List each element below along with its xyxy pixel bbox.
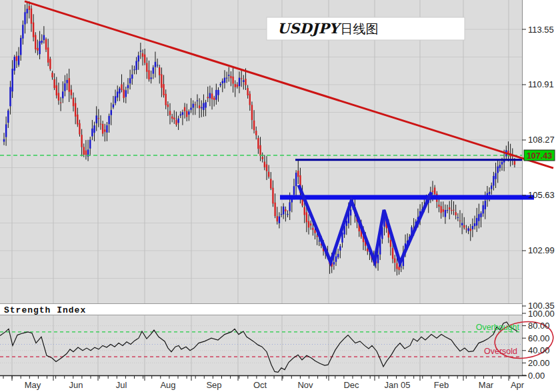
candle-body [447,210,448,211]
bottom-axis-band [0,375,556,392]
chart-canvas[interactable]: 113.55110.91108.27105.63102.99100.35100.… [0,0,556,392]
candle-body [480,213,481,217]
candle-body [251,105,253,120]
candle-body [182,112,183,115]
candle-body [319,241,320,241]
candle-body [237,85,238,87]
candle-body [465,229,467,229]
candle-body [261,157,263,159]
candle-body [175,120,177,125]
candle-body [491,185,492,189]
candle-body [396,263,397,269]
rsi-axis-label: 40.00 [528,345,550,355]
candle-body [493,176,494,185]
candle-body [58,93,59,100]
candle-body [201,107,202,109]
x-axis-month-label: Dec [343,380,359,390]
candle-body [157,65,158,65]
candle-body [102,124,103,133]
candle-body [131,75,133,79]
x-axis-month-label: Oct [253,380,267,390]
candle-body [306,212,307,222]
candle-body [197,101,198,101]
candle-body [108,116,109,124]
candle-body [499,165,501,168]
candle-body [482,205,483,214]
candle-body [219,84,221,85]
candle-body [213,97,215,99]
candle-body [14,57,15,71]
candle-body [337,254,339,257]
page-title: USDJPY日线图 [277,20,378,37]
candle-body [312,228,313,230]
candle-body [293,186,295,195]
candle-body [390,240,391,247]
current-price-tag: 107.43 [524,150,555,161]
candle-body [514,161,515,165]
candle-body [449,207,450,209]
chart-title-box[interactable]: USDJPY日线图 [267,17,465,40]
candle-body [283,207,284,215]
candle-body [26,9,27,13]
candle-body [316,236,317,237]
candle-body [230,76,231,78]
candle-body [53,79,55,88]
candle-body [95,115,97,123]
candle-body [489,192,490,194]
candle-body [203,103,204,110]
candle-body [89,140,91,149]
rsi-axis-label: 0.00 [528,371,545,381]
candle-body [39,41,40,54]
candle-body [161,74,162,87]
candle-body [451,210,452,211]
candle-body [153,67,154,73]
candle-body [392,248,393,259]
candle-body [333,262,335,265]
candle-body [66,80,67,83]
candle-body [215,90,217,100]
candle-body [211,93,213,99]
trading-chart-window: 113.55110.91108.27105.63102.99100.35100.… [0,0,556,392]
candle-body [159,67,160,75]
rsi-pane-title: Strength Index [4,305,86,315]
candle-body [401,267,402,267]
candle-body [3,139,5,142]
candle-body [177,119,179,123]
candle-body [308,221,309,228]
candle-body [295,173,297,186]
candle-body [117,91,118,97]
candle-body [268,172,269,177]
candle-body [495,173,496,179]
candle-body [264,162,265,167]
candle-body [150,77,151,79]
y-axis-label: 105.63 [528,190,555,200]
candle-body [266,165,267,171]
candle-body [224,78,225,83]
y-axis-label: 110.91 [528,79,554,89]
candle-body [281,214,282,215]
candle-body [507,151,509,153]
candle-body [228,75,229,76]
candle-body [121,84,122,89]
candle-body [140,51,141,51]
candle-body [310,223,311,225]
candle-body [432,191,433,191]
candle-body [169,111,171,115]
candle-body [85,151,87,155]
candle-body [5,124,7,137]
candle-body [461,223,463,225]
rsi-pane-background[interactable] [0,315,522,375]
candle-body [443,209,444,212]
candle-body [459,221,461,221]
candle-body [285,209,286,211]
candle-body [199,105,200,108]
candle-body [440,206,441,213]
oversold-label: Oversold [484,347,517,356]
candle-body [64,83,65,91]
candle-body [272,188,273,204]
rsi-axis-label: 100.00 [528,309,555,319]
candle-body [350,209,351,215]
candle-body [434,187,435,194]
candle-body [339,246,341,250]
rsi-axis-label: 80.00 [528,321,550,331]
